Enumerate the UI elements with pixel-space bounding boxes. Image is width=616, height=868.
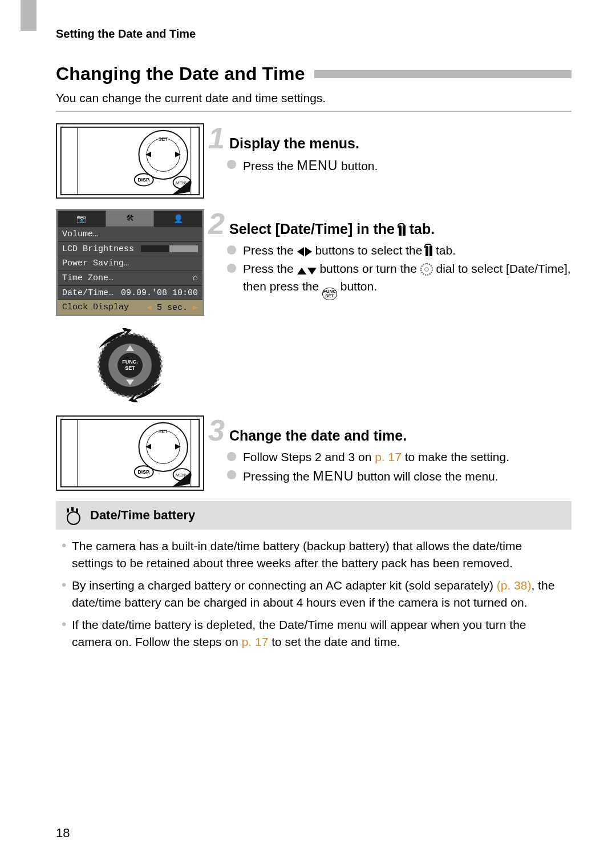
camera-icon: 📷 (76, 214, 86, 224)
control-dial-illustration: FUNC. SET (56, 325, 204, 405)
up-down-arrows-icon (297, 268, 317, 274)
page-number: 18 (56, 826, 70, 841)
menu-button-label: MENU (297, 158, 338, 173)
lcd-tab-user: 👤 (154, 211, 202, 227)
callout-title: Date/Time battery (90, 508, 195, 523)
info-item-3: If the date/time battery is depleted, th… (62, 616, 566, 651)
func-set-icon: FUNCSET (322, 288, 337, 300)
page-edge-tab (21, 0, 37, 31)
step-3-bullet-2: Pressing the MENU button will close the … (227, 467, 572, 486)
info-callout: Date/Time battery (56, 501, 572, 530)
page-38-link[interactable]: (p. 38) (497, 579, 532, 592)
lcd-row-volume: Volume… (58, 227, 202, 241)
svg-text:▶: ▶ (175, 442, 181, 450)
svg-text:SET: SET (159, 429, 169, 434)
tools-icon (425, 246, 432, 256)
step-2-bullet-2: Press the buttons or turn the dial to se… (227, 260, 572, 300)
home-icon: ⌂ (193, 273, 198, 283)
brightness-bar (141, 245, 198, 252)
info-list: The camera has a built-in date/time batt… (56, 538, 572, 651)
left-right-arrows-icon (297, 247, 312, 256)
step-number-3: 3 (202, 415, 225, 445)
lcd-menu-illustration: 📷 🛠 👤 Volume… LCD Brightness Power Savin… (56, 209, 204, 316)
camera-svg: SET ◀ ▶ DISP. MENU (57, 124, 203, 197)
lcd-tab-tools: 🛠 (106, 211, 155, 227)
step-3-title: Change the date and time. (229, 427, 407, 444)
tip-icon (65, 507, 80, 524)
section-title-row: Changing the Date and Time (56, 63, 572, 84)
svg-text:◀: ◀ (145, 442, 151, 450)
section-title: Changing the Date and Time (56, 63, 305, 84)
info-item-2: By inserting a charged battery or connec… (62, 577, 566, 612)
step-2-bullet-1: Press the buttons to select the tab. (227, 242, 572, 259)
step-3-bullet-1: Follow Steps 2 and 3 on p. 17 to make th… (227, 449, 572, 466)
camera-svg-2: SET ◀ ▶ DISP. MENU (57, 417, 203, 490)
step-1-bullet-1: Press the MENU button. (227, 156, 572, 175)
breadcrumb: Setting the Date and Time (56, 27, 572, 41)
tools-icon (399, 225, 406, 236)
lcd-row-datetime: Date/Time…09.09.'08 10:00 (58, 285, 202, 300)
step-2: 📷 🛠 👤 Volume… LCD Brightness Power Savin… (56, 209, 572, 405)
page-17-link-2[interactable]: p. 17 (242, 635, 269, 648)
info-item-1: The camera has a built-in date/time batt… (62, 538, 566, 572)
lcd-row-brightness: LCD Brightness (58, 241, 202, 256)
dial-svg: FUNC. SET (93, 328, 167, 402)
section-rule (314, 70, 572, 78)
camera-back-illustration-2: SET ◀ ▶ DISP. MENU (56, 415, 204, 491)
user-icon: 👤 (173, 214, 183, 224)
lcd-tab-camera: 📷 (58, 211, 106, 227)
svg-text:DISP.: DISP. (137, 177, 150, 183)
step-1: SET ◀ ▶ DISP. MENU 1 Display the menus. … (56, 123, 572, 199)
lcd-row-clock-display: Clock Display◀ 5 sec. ▶ (58, 300, 202, 314)
tools-tab-icon: 🛠 (126, 214, 134, 223)
dial-icon (420, 263, 433, 276)
svg-text:▶: ▶ (175, 150, 181, 158)
svg-text:SET: SET (159, 136, 169, 142)
lcd-row-timezone: Time Zone…⌂ (58, 271, 202, 285)
svg-text:SET: SET (125, 365, 135, 371)
svg-text:◀: ◀ (145, 150, 151, 158)
step-number-2: 2 (202, 209, 225, 239)
step-number-1: 1 (202, 123, 225, 153)
step-3: SET ◀ ▶ DISP. MENU 3 Change the date and… (56, 415, 572, 491)
lcd-row-power: Power Saving… (58, 256, 202, 271)
page-17-link[interactable]: p. 17 (375, 450, 402, 463)
svg-text:FUNC.: FUNC. (122, 359, 138, 365)
step-1-title: Display the menus. (229, 135, 359, 152)
section-divider (56, 111, 572, 112)
menu-button-label: MENU (313, 469, 354, 483)
section-intro: You can change the current date and time… (56, 91, 572, 105)
step-2-title: Select [Date/Time] in the tab. (229, 221, 435, 237)
svg-text:DISP.: DISP. (137, 469, 150, 475)
camera-back-illustration: SET ◀ ▶ DISP. MENU (56, 123, 204, 199)
manual-page: Setting the Date and Time Changing the D… (0, 0, 616, 868)
